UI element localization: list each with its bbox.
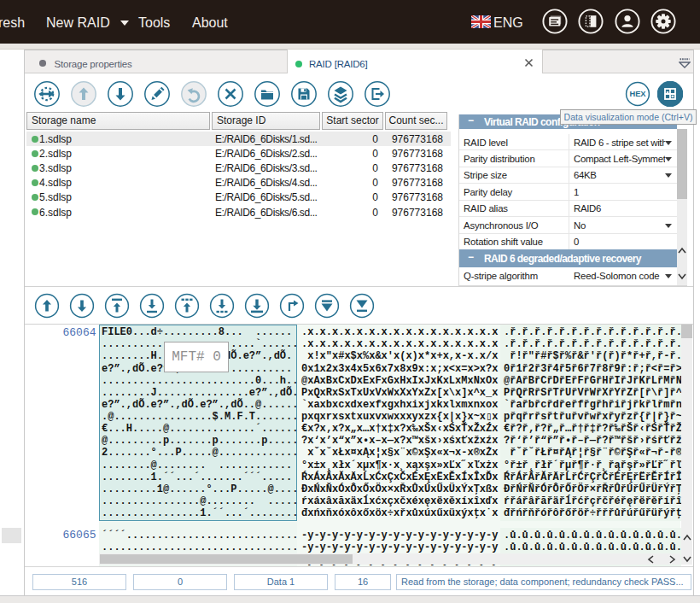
svg-text:HEX: HEX (629, 90, 646, 98)
